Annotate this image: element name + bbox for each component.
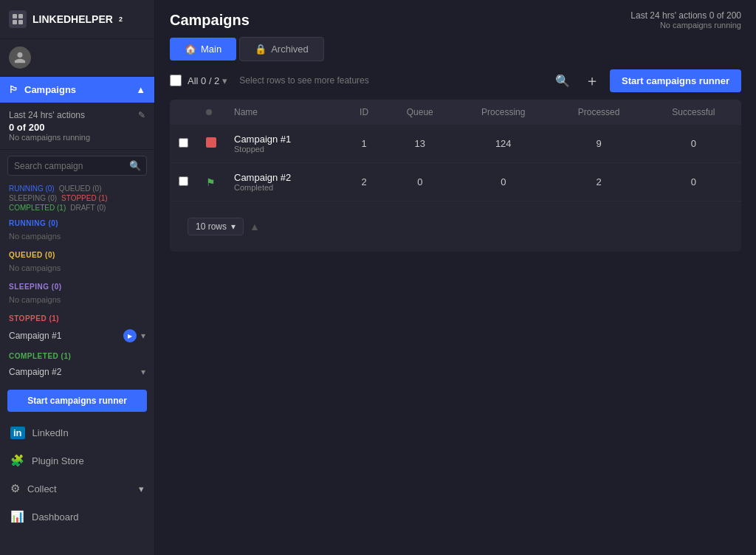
row2-successful: 0 (646, 163, 741, 201)
status-header (197, 100, 225, 125)
start-campaigns-runner-main-button[interactable]: Start campaigns runner (610, 69, 741, 92)
page-title: Campaigns (170, 12, 250, 29)
row1-checkbox-input[interactable] (179, 138, 188, 148)
row1-name-cell: Campaign #1 Stopped (225, 125, 343, 163)
row2-id: 2 (343, 163, 385, 201)
search-bar[interactable]: 🔍 (7, 156, 147, 176)
table-row[interactable]: Campaign #1 Stopped 1 13 124 9 0 (170, 125, 741, 163)
start-campaigns-runner-button[interactable]: Start campaigns runner (7, 390, 147, 412)
filter-stopped[interactable]: STOPPED (1) (61, 194, 108, 202)
queued-no-campaigns: No campaigns (9, 262, 145, 277)
campaigns-nav-label: Campaigns (24, 84, 76, 95)
table-row[interactable]: ⚑ Campaign #2 Completed 2 0 0 2 0 (170, 163, 741, 201)
table-header: Name ID Queue Processing Processed Succe… (170, 100, 741, 125)
sidebar-item-dashboard[interactable]: 📊 Dashboard (0, 503, 154, 531)
svg-rect-2 (13, 20, 17, 24)
search-toolbar-button[interactable]: 🔍 (551, 69, 574, 92)
stats-section: Last 24 hrs' actions ✎ 0 of 200 No campa… (0, 103, 154, 150)
row1-successful: 0 (646, 125, 741, 163)
table-footer-row: 10 rows ▾ ▲ (170, 201, 741, 252)
filter-sleeping[interactable]: SLEEPING (0) (9, 194, 57, 202)
chevron-up-icon: ▲ (136, 84, 145, 95)
processed-header[interactable]: Processed (551, 100, 645, 125)
search-toolbar-icon: 🔍 (555, 74, 570, 88)
processing-header[interactable]: Processing (455, 100, 551, 125)
dashboard-label: Dashboard (32, 511, 79, 523)
row2-campaign-status: Completed (234, 183, 334, 192)
tab-main[interactable]: 🏠 Main (170, 38, 236, 61)
stats-no-running: No campaigns running (9, 133, 145, 142)
svg-rect-0 (13, 14, 17, 18)
sidebar: LINKEDHELPER2 🏳 Campaigns ▲ Last 24 hrs'… (0, 0, 155, 555)
main-content: Campaigns Last 24 hrs' actions 0 of 200 … (155, 0, 756, 555)
rows-chevron-icon: ▾ (231, 221, 236, 232)
header-stats: Last 24 hrs' actions 0 of 200 No campaig… (630, 10, 741, 30)
section-queued: QUEUED (0) No campaigns (0, 247, 154, 278)
completed-campaign-name: Campaign #2 (9, 367, 141, 377)
row2-processing: 0 (455, 163, 551, 201)
flag-icon: 🏳 (9, 84, 18, 95)
select-hint: Select rows to see more features (239, 75, 368, 86)
main-header: Campaigns Last 24 hrs' actions 0 of 200 … (155, 0, 756, 37)
tab-main-label: Main (201, 44, 221, 55)
chevron-down-icon[interactable]: ▾ (141, 331, 145, 341)
linkedin-label: LinkedIn (32, 427, 69, 438)
svg-rect-3 (18, 20, 23, 24)
stats-count: 0 of 200 (9, 122, 145, 133)
archive-icon: 🔒 (255, 44, 267, 55)
chevron-down-icon-completed[interactable]: ▾ (141, 367, 145, 377)
play-button[interactable]: ▶ (123, 329, 137, 342)
filter-draft[interactable]: DRAFT (0) (70, 204, 106, 212)
status-dot-header (206, 109, 212, 115)
successful-header[interactable]: Successful (646, 100, 741, 125)
section-stopped: STOPPED (1) Campaign #1 ▶ ▾ (0, 310, 154, 348)
add-icon: ＋ (585, 71, 599, 91)
row2-status: ⚑ (197, 163, 225, 201)
sidebar-item-collect[interactable]: ⚙ Collect ▾ (0, 475, 154, 503)
tab-archived-label: Archived (271, 44, 309, 55)
all-label: All 0 / 2 ▾ (188, 75, 227, 86)
id-header[interactable]: ID (343, 100, 385, 125)
filter-running[interactable]: RUNNING (0) (9, 185, 55, 193)
row1-processed: 9 (551, 125, 645, 163)
edit-icon[interactable]: ✎ (138, 110, 145, 120)
collect-chevron-icon: ▾ (139, 483, 144, 494)
rows-per-page-select[interactable]: 10 rows ▾ (188, 218, 244, 235)
stopped-label: STOPPED (1) (9, 314, 145, 323)
row1-queue: 13 (385, 125, 455, 163)
avatar[interactable] (9, 46, 31, 69)
running-no-campaigns: No campaigns (9, 230, 145, 245)
row2-queue: 0 (385, 163, 455, 201)
stats-title-text: Last 24 hrs' actions (9, 110, 85, 120)
row1-id: 1 (343, 125, 385, 163)
logo-icon (9, 10, 27, 28)
sidebar-item-plugin-store[interactable]: 🧩 Plugin Store (0, 447, 154, 475)
chevron-down-all-icon[interactable]: ▾ (222, 75, 227, 86)
tab-archived[interactable]: 🔒 Archived (239, 37, 324, 61)
row1-processing: 124 (455, 125, 551, 163)
sidebar-item-linkedin[interactable]: in LinkedIn (0, 419, 154, 447)
filter-queued[interactable]: QUEUED (0) (59, 185, 102, 193)
completed-label: COMPLETED (1) (9, 352, 145, 360)
filter-completed[interactable]: COMPLETED (1) (9, 204, 66, 212)
search-input[interactable] (14, 161, 125, 171)
actions-count: Last 24 hrs' actions 0 of 200 (630, 10, 741, 21)
queue-header[interactable]: Queue (385, 100, 455, 125)
completed-campaign-item[interactable]: Campaign #2 ▾ (9, 363, 145, 381)
row2-checkbox[interactable] (170, 163, 197, 201)
scroll-up-button[interactable]: ▲ (250, 221, 260, 232)
all-count: All 0 / 2 (188, 75, 219, 86)
row2-campaign-name: Campaign #2 (234, 172, 334, 183)
row2-checkbox-input[interactable] (179, 176, 188, 186)
search-icon: 🔍 (129, 160, 141, 171)
add-button[interactable]: ＋ (580, 69, 604, 92)
stopped-status-icon (206, 137, 216, 148)
campaigns-nav-item[interactable]: 🏳 Campaigns ▲ (0, 77, 154, 103)
table-footer-cell: 10 rows ▾ ▲ (170, 201, 741, 252)
name-header[interactable]: Name (225, 100, 343, 125)
select-all-checkbox[interactable] (170, 75, 182, 86)
sidebar-nav: in LinkedIn 🧩 Plugin Store ⚙ Collect ▾ 📊… (0, 419, 154, 555)
collect-icon: ⚙ (10, 482, 20, 495)
stopped-campaign-item[interactable]: Campaign #1 ▶ ▾ (9, 325, 145, 346)
row1-checkbox[interactable] (170, 125, 197, 163)
